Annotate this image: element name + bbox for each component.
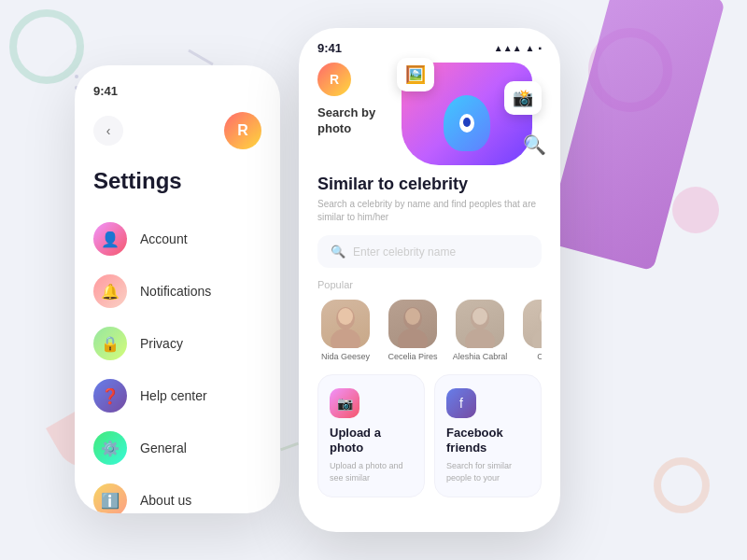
notifications-label: Notifications (140, 284, 211, 299)
about-icon: ℹ️ (93, 483, 127, 513)
bottom-action-cards: 📷 Upload a photo Upload a photo and see … (299, 374, 560, 497)
svg-point-8 (472, 308, 487, 325)
avatar[interactable]: R (224, 112, 261, 149)
signal-icon: ▲▲▲ (494, 43, 522, 53)
facebook-icon: f (446, 388, 476, 418)
celebrity-section-title: Similar to celebrity (317, 175, 542, 194)
monster-eye (459, 114, 474, 133)
bg-diagonal-stripe (544, 0, 726, 271)
celebrity-avatar-4 (523, 300, 542, 348)
bg-decoration-3 (672, 187, 719, 233)
settings-phone: 9:41 ‹ R Settings 👤 Account 🔔 Notificati… (75, 65, 280, 513)
bg-decoration-1 (9, 9, 84, 84)
svg-point-4 (398, 329, 428, 348)
back-button[interactable]: ‹ (93, 116, 123, 146)
status-icons: ▲▲▲ ▲ ▪ (494, 43, 542, 53)
facebook-friends-desc: Search for similar people to your (446, 460, 529, 483)
notifications-icon: 🔔 (93, 274, 127, 308)
about-label: About us (140, 493, 191, 508)
general-icon: ⚙️ (93, 431, 127, 465)
celebrity-search-phone: 9:41 ▲▲▲ ▲ ▪ R Search byphoto 🖼️ 📸 (299, 28, 560, 532)
settings-item-help[interactable]: ❓ Help center (93, 370, 261, 422)
celebrity-section-desc: Search a celebrity by name and find peop… (317, 198, 542, 224)
monster-illustration (444, 95, 490, 151)
celebrity-item-4[interactable]: Carle (519, 300, 542, 361)
phone-left-time: 9:41 (93, 84, 261, 98)
photo-card-2: 📸 (504, 81, 542, 115)
celebrity-avatar-2 (388, 300, 437, 348)
celebrity-name-1: Nida Geesey (321, 352, 370, 361)
wifi-icon: ▲ (526, 43, 535, 53)
monster-pupil (463, 118, 471, 127)
celebrity-item-2[interactable]: Cecelia Pires (385, 300, 441, 361)
hero-illustration: 🖼️ 📸 🔍 (402, 63, 532, 165)
settings-item-notifications[interactable]: 🔔 Notifications (93, 265, 261, 317)
celebrity-search-input[interactable]: 🔍 Enter celebrity name (317, 235, 542, 268)
search-icon: 🔍 (331, 245, 345, 259)
upload-photo-icon: 📷 (330, 388, 359, 418)
celebrity-name-3: Aleshia Cabral (453, 352, 508, 361)
svg-point-2 (338, 308, 353, 325)
general-label: General (140, 441, 187, 455)
hero-section: R Search byphoto 🖼️ 📸 🔍 (299, 63, 560, 175)
settings-item-account[interactable]: 👤 Account (93, 213, 261, 265)
popular-celebrities-list: Nida Geesey Cecelia Pires (317, 300, 542, 361)
settings-item-privacy[interactable]: 🔒 Privacy (93, 317, 261, 370)
settings-title: Settings (93, 168, 261, 194)
svg-point-5 (405, 308, 420, 325)
battery-icon: ▪ (538, 43, 542, 53)
search-by-photo-section: R Search byphoto (317, 63, 375, 137)
celebrity-item-1[interactable]: Nida Geesey (317, 300, 374, 361)
upload-photo-card[interactable]: 📷 Upload a photo Upload a photo and see … (317, 374, 425, 497)
upload-photo-desc: Upload a photo and see similar (330, 460, 413, 483)
celebrity-content: Similar to celebrity Search a celebrity … (299, 175, 560, 361)
hero-avatar[interactable]: R (317, 63, 351, 96)
celebrity-name-4: Carle (537, 352, 542, 361)
phones-container: 9:41 ‹ R Settings 👤 Account 🔔 Notificati… (75, 28, 560, 532)
celebrity-item-3[interactable]: Aleshia Cabral (452, 300, 508, 361)
account-icon: 👤 (93, 222, 127, 256)
svg-point-7 (465, 329, 495, 348)
svg-point-10 (532, 329, 542, 348)
search-placeholder: Enter celebrity name (353, 245, 456, 259)
phone-left-header: ‹ R (93, 112, 261, 149)
privacy-icon: 🔒 (93, 327, 127, 360)
svg-point-1 (331, 329, 360, 348)
settings-item-about[interactable]: ℹ️ About us (93, 474, 261, 513)
settings-item-general[interactable]: ⚙️ General (93, 422, 261, 474)
search-by-photo-label: Search byphoto (317, 105, 375, 137)
phone-right-time: 9:41 (317, 41, 342, 55)
facebook-friends-card[interactable]: f Facebook friends Search for similar pe… (434, 374, 542, 497)
popular-label: Popular (317, 279, 542, 290)
facebook-friends-title: Facebook friends (446, 426, 529, 455)
celebrity-name-2: Cecelia Pires (388, 352, 437, 361)
help-label: Help center (140, 388, 207, 403)
magnifier-icon: 🔍 (523, 133, 546, 156)
phone-top-bar: 9:41 ▲▲▲ ▲ ▪ (299, 28, 560, 63)
account-label: Account (140, 231, 188, 246)
celebrity-avatar-3 (456, 300, 504, 348)
celebrity-avatar-1 (321, 300, 370, 348)
upload-photo-title: Upload a photo (330, 426, 413, 455)
bg-decoration-5 (654, 457, 710, 513)
privacy-label: Privacy (140, 336, 183, 351)
photo-card-1: 🖼️ (397, 58, 434, 91)
help-icon: ❓ (93, 379, 127, 413)
